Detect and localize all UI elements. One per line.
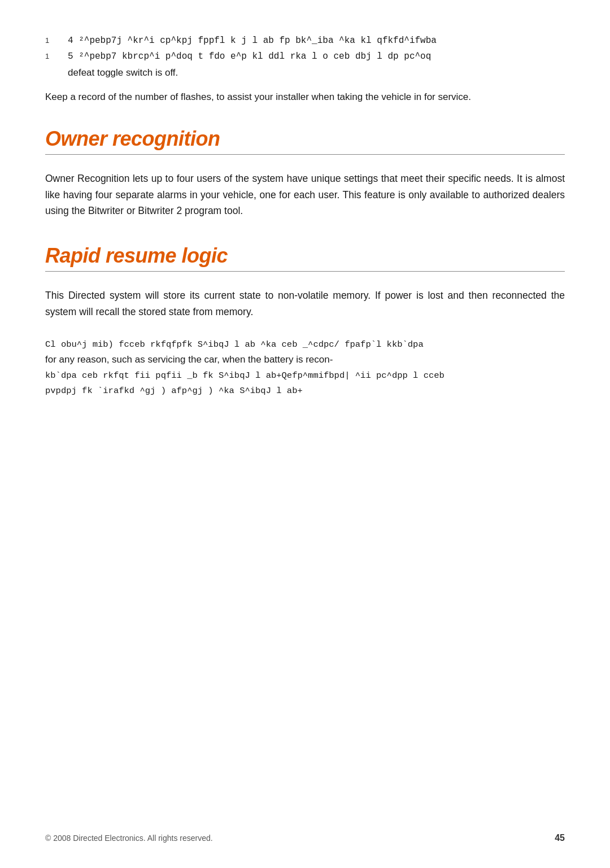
list-section: 1 4 ²^pebp7j ^kr^i cp^kpj fppfl k j l ab… xyxy=(45,34,565,104)
list-item-1: 1 4 ²^pebp7j ^kr^i cp^kpj fppfl k j l ab… xyxy=(45,34,565,47)
list-number-1: 1 xyxy=(45,34,68,46)
encoded-line-1: Cl obu^j mib) fcceb rkfqfpfk S^ibqJ l ab… xyxy=(45,337,565,352)
rapid-resume-heading: Rapid resume logic xyxy=(45,244,565,272)
list-item-2: 1 5 ²^pebp7 kbrcp^i p^doq t fdo e^p kl d… xyxy=(45,50,565,63)
footer: © 2008 Directed Electronics. All rights … xyxy=(45,833,565,843)
copyright-text: © 2008 Directed Electronics. All rights … xyxy=(45,834,213,843)
list-text-1: 4 ²^pebp7j ^kr^i cp^kpj fppfl k j l ab f… xyxy=(68,34,565,47)
encoded-line-4: pvpdpj fk `irafkd ^gj ) afp^gj ) ^ka S^i… xyxy=(45,383,565,398)
page: 1 4 ²^pebp7j ^kr^i cp^kpj fppfl k j l ab… xyxy=(0,0,610,868)
encoded-line-3: kb`dpa ceb rkfqt fii pqfii _b fk S^ibqJ … xyxy=(45,368,565,383)
owner-recognition-heading: Owner recognition xyxy=(45,127,565,155)
rapid-resume-body: This Directed system will store its curr… xyxy=(45,287,565,320)
page-number: 45 xyxy=(555,833,565,843)
encoded-line-2: for any reason, such as servicing the ca… xyxy=(45,352,565,368)
rapid-resume-section: Rapid resume logic This Directed system … xyxy=(45,244,565,398)
owner-recognition-body: Owner Recognition lets up to four users … xyxy=(45,171,565,220)
owner-recognition-section: Owner recognition Owner Recognition lets… xyxy=(45,127,565,220)
list-number-2: 1 xyxy=(45,50,68,62)
keep-record-text: Keep a record of the number of flashes, … xyxy=(45,89,565,104)
encoded-paragraph: Cl obu^j mib) fcceb rkfqfpfk S^ibqJ l ab… xyxy=(45,337,565,398)
list-text-2: 5 ²^pebp7 kbrcp^i p^doq t fdo e^p kl ddl… xyxy=(68,50,565,63)
defeat-line: defeat toggle switch is off. xyxy=(68,66,565,80)
